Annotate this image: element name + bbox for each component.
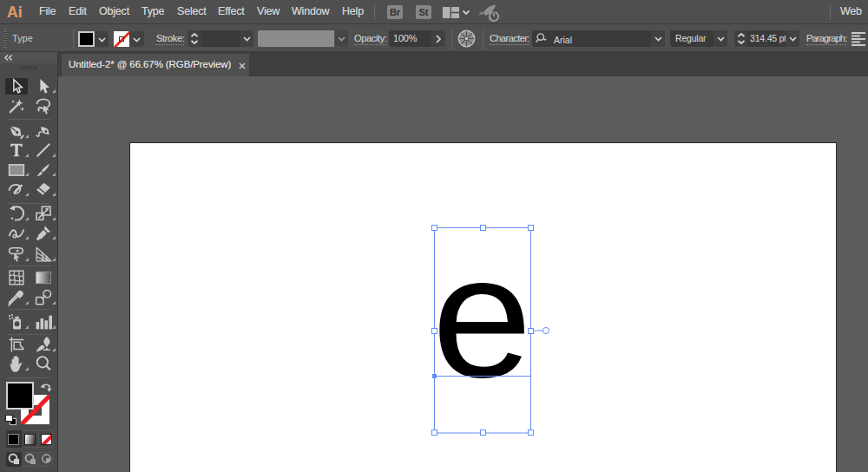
svg-text:e: e (432, 220, 533, 414)
